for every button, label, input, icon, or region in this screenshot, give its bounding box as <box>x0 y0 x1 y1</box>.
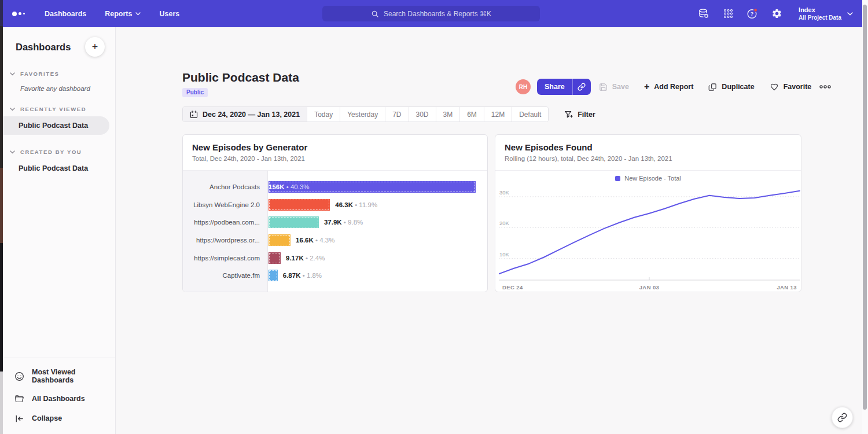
bar-category-label: https://wordpress.or... <box>183 237 268 244</box>
add-dashboard-button[interactable]: + <box>85 37 105 57</box>
bar-row: https://simplecast.com9.17K • 2.4% <box>183 249 487 267</box>
share-button[interactable]: Share <box>537 79 591 95</box>
chevron-down-icon <box>10 72 15 76</box>
sidebar-item-public-podcast-data[interactable]: Public Podcast Data <box>3 116 109 135</box>
bar[interactable]: 156K • 40.3% <box>269 181 476 193</box>
bar-track: 37.9K • 9.8% <box>268 216 487 228</box>
date-range-control: Dec 24, 2020 — Jan 13, 2021 TodayYesterd… <box>182 106 549 122</box>
add-report-button[interactable]: + Add Report <box>644 83 693 91</box>
chevron-down-icon <box>10 150 15 154</box>
nav-item-label: Reports <box>105 10 132 18</box>
section-label: RECENTLY VIEWED <box>20 106 86 112</box>
y-axis-tick-label: 20K <box>499 220 510 226</box>
line-chart-body: New Episode - Total 10K20K30KDEC 24JAN 0… <box>495 171 801 292</box>
mixpanel-logo-icon[interactable] <box>12 12 25 16</box>
sidebar-section-recently-viewed[interactable]: RECENTLY VIEWED <box>3 106 115 112</box>
bar-value-label: 16.6K • 4.3% <box>296 237 334 244</box>
bar[interactable] <box>269 270 278 281</box>
filter-icon <box>564 110 573 119</box>
notification-dot <box>754 8 757 12</box>
search-input[interactable]: Search Dashboards & Reports ⌘K <box>322 6 540 21</box>
date-preset-12m[interactable]: 12M <box>484 107 512 122</box>
data-management-icon[interactable] <box>698 8 709 20</box>
search-icon <box>371 10 379 18</box>
date-preset-6m[interactable]: 6M <box>459 107 484 122</box>
collapse-icon <box>14 413 24 424</box>
favorite-button[interactable]: Favorite <box>770 82 812 91</box>
date-preset-7d[interactable]: 7D <box>385 107 408 122</box>
bar[interactable] <box>269 199 330 211</box>
bar[interactable] <box>269 252 281 264</box>
apps-grid-icon[interactable] <box>722 8 734 20</box>
bar-category-label: https://simplecast.com <box>183 255 268 262</box>
project-selector[interactable]: Index All Project Data <box>799 6 853 21</box>
bar-category-label: https://podbean.com... <box>183 219 268 226</box>
legend-label: New Episode - Total <box>624 175 681 182</box>
collapse-sidebar-button[interactable]: Collapse <box>3 409 115 428</box>
line-series[interactable] <box>499 191 800 274</box>
calendar-icon <box>190 111 198 119</box>
svg-text:?: ? <box>751 10 754 17</box>
nav-item-dashboards[interactable]: Dashboards <box>45 10 86 18</box>
most-viewed-dashboards-button[interactable]: Most Viewed Dashboards <box>3 363 115 389</box>
save-button-label: Save <box>612 83 629 91</box>
date-preset-default[interactable]: Default <box>512 107 548 122</box>
filter-label: Filter <box>578 111 595 119</box>
bar-row: Captivate.fm6.87K • 1.8% <box>183 267 487 285</box>
bar[interactable] <box>269 216 319 228</box>
line-chart-card[interactable]: New Episodes Found Rolling (12 hours), t… <box>495 134 801 292</box>
date-preset-3m[interactable]: 3M <box>436 107 460 122</box>
date-preset-today[interactable]: Today <box>307 107 340 122</box>
legend-swatch <box>615 176 620 181</box>
more-options-button[interactable] <box>819 84 831 89</box>
avatar[interactable]: RH <box>516 79 531 94</box>
copy-icon <box>708 83 717 91</box>
link-icon <box>578 83 586 91</box>
all-dashboards-button[interactable]: All Dashboards <box>3 389 115 409</box>
duplicate-button[interactable]: Duplicate <box>708 83 754 91</box>
save-icon <box>599 83 608 91</box>
date-preset-yesterday[interactable]: Yesterday <box>340 107 385 122</box>
bar[interactable] <box>269 234 290 246</box>
date-range-button[interactable]: Dec 24, 2020 — Jan 13, 2021 <box>183 107 307 122</box>
app-window: Dashboards Reports Users Search Dashboar… <box>0 0 868 434</box>
smiley-icon <box>14 371 24 381</box>
bar-value-label: 37.9K • 9.8% <box>324 219 363 226</box>
bar-value-label: 156K • 40.3% <box>269 183 310 190</box>
share-link-button[interactable] <box>572 79 591 95</box>
bar-rows: Anchor Podcasts156K • 40.3%Libsyn WebEng… <box>183 178 487 285</box>
plus-icon: + <box>644 83 649 91</box>
x-axis-tick-label: JAN 13 <box>777 284 797 290</box>
date-preset-30d[interactable]: 30D <box>409 107 436 122</box>
nav-item-label: Users <box>159 10 179 18</box>
bar-chart-card[interactable]: New Episodes by Generator Total, Dec 24t… <box>182 134 488 292</box>
sidebar-item-public-podcast-data[interactable]: Public Podcast Data <box>3 159 115 178</box>
bar-row: Anchor Podcasts156K • 40.3% <box>183 178 487 196</box>
chevron-down-icon <box>847 12 853 16</box>
x-axis-tick-label: DEC 24 <box>502 284 523 290</box>
line-plot: 10K20K30KDEC 24JAN 03JAN 13 <box>499 183 800 292</box>
top-navbar: Dashboards Reports Users Search Dashboar… <box>3 0 862 27</box>
filter-button[interactable]: Filter <box>564 110 595 119</box>
sidebar-title: Dashboards <box>16 42 71 53</box>
settings-icon[interactable] <box>771 8 782 20</box>
add-report-label: Add Report <box>654 83 693 91</box>
save-button[interactable]: Save <box>599 83 629 91</box>
nav-item-reports[interactable]: Reports <box>105 10 141 18</box>
scrollbar-thumb[interactable] <box>863 5 867 410</box>
sidebar-section-created-by-you[interactable]: CREATED BY YOU <box>3 149 115 155</box>
link-icon <box>837 413 847 422</box>
help-icon[interactable]: ? <box>746 8 758 20</box>
section-label: CREATED BY YOU <box>20 149 82 155</box>
nav-item-users[interactable]: Users <box>159 10 179 18</box>
share-button-label: Share <box>537 79 572 95</box>
bar-track: 9.17K • 2.4% <box>268 252 487 264</box>
bar-row: Libsyn WebEngine 2.046.3K • 11.9% <box>183 196 487 214</box>
bar-track: 46.3K • 11.9% <box>268 199 487 211</box>
floating-link-button[interactable] <box>832 407 853 428</box>
search-placeholder: Search Dashboards & Reports ⌘K <box>384 10 491 18</box>
sidebar-section-favorites[interactable]: FAVORITES <box>3 71 115 77</box>
chevron-down-icon <box>10 108 15 111</box>
favorite-label: Favorite <box>784 83 812 91</box>
bar-category-label: Anchor Podcasts <box>183 183 268 190</box>
